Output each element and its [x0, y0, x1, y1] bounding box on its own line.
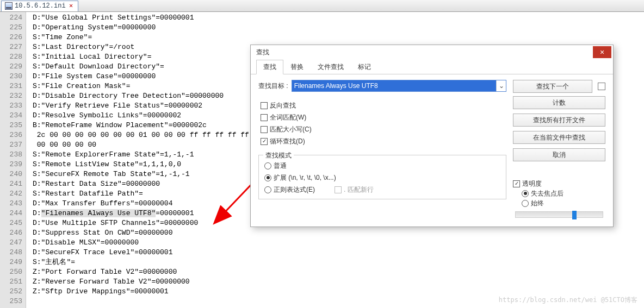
transparency-slider[interactable]	[515, 211, 603, 218]
find-dialog: 查找 × 查找 替换 文件查找 标记 查找目标 : ⌄ 反向查找 全词匹配(W)…	[250, 45, 614, 227]
checkbox-reverse[interactable]	[261, 102, 268, 109]
code-line[interactable]: S:"Time Zone"=	[33, 33, 644, 42]
checkbox-transparency[interactable]	[513, 180, 520, 187]
code-line[interactable]: D:"SecureFX Trace Level"=00000001	[33, 248, 644, 257]
line-number: 227	[0, 42, 22, 52]
line-number: 232	[0, 91, 22, 101]
line-number: 249	[0, 257, 22, 267]
radio-normal[interactable]	[264, 162, 271, 169]
tab-mark[interactable]: 标记	[351, 60, 378, 74]
label-lose-focus: 失去焦点后	[531, 189, 564, 198]
code-line[interactable]: Z:"Reverse Forward Table V2"=00000000	[33, 277, 644, 287]
code-line[interactable]: Z:"Port Forward Table V2"=00000000	[33, 267, 644, 277]
search-mode-title: 查找模式	[263, 151, 294, 160]
slider-thumb[interactable]	[572, 211, 577, 219]
label-mode-normal: 普通	[274, 161, 287, 171]
line-number: 240	[0, 169, 22, 179]
label-mode-extended: 扩展 (\n, \r, \t, \0, \x...)	[274, 173, 336, 183]
checkbox-match-newline	[335, 186, 342, 193]
line-number: 228	[0, 52, 22, 62]
count-button[interactable]: 计数	[513, 96, 605, 109]
search-input[interactable]	[292, 80, 496, 91]
code-line[interactable]: D:"Suppress Stat On CWD"=00000000	[33, 228, 644, 238]
watermark: https://blog.csdn.net/wei @51CTO博客	[499, 296, 637, 305]
line-number: 245	[0, 218, 22, 228]
label-match-newline: . 匹配新行	[344, 185, 374, 194]
line-number: 235	[0, 121, 22, 130]
radio-always[interactable]	[522, 200, 529, 207]
radio-regex[interactable]	[264, 186, 271, 193]
find-next-button[interactable]: 查找下一个	[513, 80, 592, 93]
label-transparency: 透明度	[522, 179, 542, 188]
label-reverse: 反向查找	[270, 101, 296, 110]
search-label: 查找目标 :	[258, 81, 288, 91]
code-line[interactable]: D:"Use Global Print Settings"=00000001	[33, 13, 644, 23]
file-tab-label: 10.5.6.12.ini	[15, 2, 66, 10]
line-number: 239	[0, 160, 22, 169]
find-next-extra-checkbox[interactable]	[598, 83, 605, 90]
close-icon[interactable]: ✕	[68, 3, 75, 9]
line-number-gutter: 2242252262272282292302312322332342352362…	[0, 12, 26, 308]
checkbox-match-case[interactable]	[261, 126, 268, 133]
find-all-open-button[interactable]: 查找所有打开文件	[513, 114, 605, 127]
dialog-titlebar[interactable]: 查找 ×	[251, 45, 613, 59]
line-number: 253	[0, 297, 22, 306]
label-mode-regex: 正则表达式(E)	[274, 185, 315, 194]
line-number: 238	[0, 150, 22, 160]
label-wrap: 循环查找(D)	[270, 137, 305, 146]
dropdown-icon[interactable]: ⌄	[496, 80, 506, 91]
radio-lose-focus[interactable]	[522, 190, 529, 197]
line-number: 252	[0, 287, 22, 297]
code-line[interactable]: S:"主机名"=	[33, 257, 644, 267]
line-number: 241	[0, 179, 22, 189]
radio-extended[interactable]	[264, 174, 271, 181]
search-match: "Filenames Always Use UTF8"	[41, 209, 156, 217]
line-number: 250	[0, 267, 22, 277]
close-button[interactable]: ×	[593, 46, 611, 58]
tab-find-in-files[interactable]: 文件查找	[311, 60, 351, 74]
line-number: 248	[0, 248, 22, 257]
tab-find[interactable]: 查找	[256, 60, 283, 74]
file-icon	[5, 2, 13, 10]
line-number: 226	[0, 33, 22, 42]
tab-replace[interactable]: 替换	[283, 60, 311, 74]
line-number: 224	[0, 13, 22, 23]
cancel-button[interactable]: 取消	[513, 148, 605, 161]
line-number: 242	[0, 189, 22, 199]
line-number: 230	[0, 72, 22, 81]
find-all-current-button[interactable]: 在当前文件中查找	[513, 131, 605, 144]
label-always: 始终	[531, 199, 544, 208]
line-number: 229	[0, 62, 22, 72]
search-mode-group: 查找模式 普通 扩展 (\n, \r, \t, \0, \x...) 正则表达式…	[258, 155, 506, 199]
line-number: 243	[0, 199, 22, 209]
line-number: 246	[0, 228, 22, 238]
checkbox-wrap[interactable]	[261, 138, 268, 145]
line-number: 234	[0, 111, 22, 121]
dialog-title: 查找	[256, 48, 269, 57]
label-whole-word: 全词匹配(W)	[270, 113, 306, 122]
code-line[interactable]: D:"Operating System"=00000000	[33, 23, 644, 33]
line-number: 251	[0, 277, 22, 287]
code-line[interactable]: D:"Disable MLSX"=00000000	[33, 238, 644, 248]
line-number: 247	[0, 238, 22, 248]
line-number: 225	[0, 23, 22, 33]
line-number: 244	[0, 209, 22, 218]
dialog-tabs: 查找 替换 文件查找 标记	[251, 59, 613, 74]
line-number: 237	[0, 140, 22, 150]
line-number: 236	[0, 130, 22, 140]
file-tab-bar: 10.5.6.12.ini ✕	[0, 0, 644, 12]
file-tab[interactable]: 10.5.6.12.ini ✕	[1, 1, 78, 11]
checkbox-whole-word[interactable]	[261, 114, 268, 121]
label-match-case: 匹配大小写(C)	[270, 125, 312, 134]
line-number: 231	[0, 81, 22, 91]
line-number: 233	[0, 101, 22, 111]
